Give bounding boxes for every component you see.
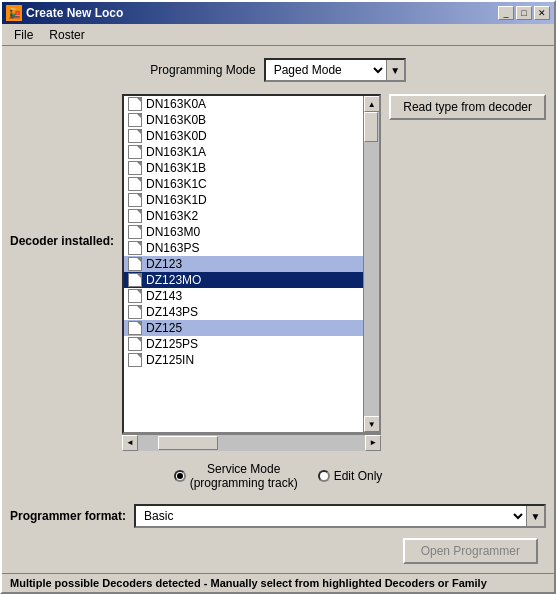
maximize-button[interactable]: □ — [516, 6, 532, 20]
status-bar: Multiple possible Decoders detected - Ma… — [2, 573, 554, 592]
file-icon — [128, 337, 142, 351]
list-item[interactable]: DN163M0 — [124, 224, 363, 240]
file-icon — [128, 273, 142, 287]
service-mode-radio[interactable] — [174, 470, 186, 482]
list-item[interactable]: DN163K1C — [124, 176, 363, 192]
list-item[interactable]: DZ125PS — [124, 336, 363, 352]
list-item[interactable]: DZ123 — [124, 256, 363, 272]
service-mode-option[interactable]: Service Mode(programming track) — [174, 462, 298, 490]
status-message: Multiple possible Decoders detected - Ma… — [10, 577, 487, 589]
file-icon — [128, 177, 142, 191]
vertical-scrollbar: ▲ ▼ — [363, 96, 379, 432]
programmer-format-label: Programmer format: — [10, 509, 126, 523]
radio-options-row: Service Mode(programming track) Edit Onl… — [10, 458, 546, 494]
programming-mode-dropdown-arrow[interactable]: ▼ — [386, 60, 404, 80]
roster-menu[interactable]: Roster — [41, 26, 92, 44]
open-programmer-row: Open Programmer — [10, 538, 546, 564]
read-decoder-button[interactable]: Read type from decoder — [389, 94, 546, 120]
file-icon — [128, 321, 142, 335]
decoder-list-container: DN163K0A DN163K0B DN163K0D DN163K1A — [122, 94, 381, 450]
service-mode-label: Service Mode(programming track) — [190, 462, 298, 490]
file-icon — [128, 97, 142, 111]
scroll-down-button[interactable]: ▼ — [364, 416, 380, 432]
scroll-left-button[interactable]: ◄ — [122, 435, 138, 451]
h-scroll-track[interactable] — [138, 435, 365, 451]
list-item[interactable]: DN163K1A — [124, 144, 363, 160]
main-window: 🚂 Create New Loco _ □ ✕ File Roster Prog… — [0, 0, 556, 594]
file-icon — [128, 241, 142, 255]
edit-only-option[interactable]: Edit Only — [318, 469, 383, 483]
list-item[interactable]: DN163K0A — [124, 96, 363, 112]
list-item[interactable]: DZ125 — [124, 320, 363, 336]
programming-mode-select[interactable]: Paged Mode Direct Byte Mode Direct Bit M… — [266, 60, 386, 80]
list-item[interactable]: DN163K0B — [124, 112, 363, 128]
file-icon — [128, 145, 142, 159]
horizontal-scrollbar: ◄ ► — [122, 434, 381, 450]
list-item[interactable]: DN163PS — [124, 240, 363, 256]
file-icon — [128, 305, 142, 319]
menu-bar: File Roster — [2, 24, 554, 46]
programming-mode-select-wrapper: Paged Mode Direct Byte Mode Direct Bit M… — [264, 58, 406, 82]
list-item[interactable]: DZ123MO — [124, 272, 363, 288]
list-item[interactable]: DN163K1B — [124, 160, 363, 176]
scroll-thumb[interactable] — [364, 112, 378, 142]
file-icon — [128, 353, 142, 367]
scroll-right-button[interactable]: ► — [365, 435, 381, 451]
programmer-format-dropdown-arrow[interactable]: ▼ — [526, 506, 544, 526]
close-button[interactable]: ✕ — [534, 6, 550, 20]
list-item[interactable]: DN163K0D — [124, 128, 363, 144]
edit-only-radio[interactable] — [318, 470, 330, 482]
file-icon — [128, 193, 142, 207]
decoder-list-content[interactable]: DN163K0A DN163K0B DN163K0D DN163K1A — [124, 96, 363, 432]
scroll-up-button[interactable]: ▲ — [364, 96, 380, 112]
minimize-button[interactable]: _ — [498, 6, 514, 20]
list-item[interactable]: DN163K1D — [124, 192, 363, 208]
file-icon — [128, 161, 142, 175]
file-icon — [128, 113, 142, 127]
decoder-list-panel: DN163K0A DN163K0B DN163K0D DN163K1A — [122, 94, 381, 434]
content-area: Programming Mode Paged Mode Direct Byte … — [2, 46, 554, 573]
list-item[interactable]: DN163K2 — [124, 208, 363, 224]
list-item[interactable]: DZ143PS — [124, 304, 363, 320]
title-bar: 🚂 Create New Loco _ □ ✕ — [2, 2, 554, 24]
file-icon — [128, 129, 142, 143]
file-menu[interactable]: File — [6, 26, 41, 44]
list-item[interactable]: DZ143 — [124, 288, 363, 304]
file-icon — [128, 225, 142, 239]
file-icon — [128, 209, 142, 223]
window-controls: _ □ ✕ — [498, 6, 550, 20]
list-item[interactable]: DZ125IN — [124, 352, 363, 368]
programming-mode-label: Programming Mode — [150, 63, 255, 77]
edit-only-label: Edit Only — [334, 469, 383, 483]
decoder-section: Decoder installed: DN163K0A DN163K0B — [10, 94, 546, 450]
file-icon — [128, 289, 142, 303]
open-programmer-button[interactable]: Open Programmer — [403, 538, 538, 564]
h-scroll-thumb[interactable] — [158, 436, 218, 450]
programmer-format-row: Programmer format: Basic Advanced Compre… — [10, 502, 546, 530]
programmer-format-select-wrapper: Basic Advanced Comprehensive ▼ — [134, 504, 546, 528]
scroll-track[interactable] — [364, 112, 379, 416]
file-icon — [128, 257, 142, 271]
window-icon: 🚂 — [6, 5, 22, 21]
programming-mode-row: Programming Mode Paged Mode Direct Byte … — [10, 54, 546, 86]
window-title: Create New Loco — [26, 6, 494, 20]
programmer-format-select[interactable]: Basic Advanced Comprehensive — [136, 506, 526, 526]
decoder-installed-label: Decoder installed: — [10, 94, 114, 248]
